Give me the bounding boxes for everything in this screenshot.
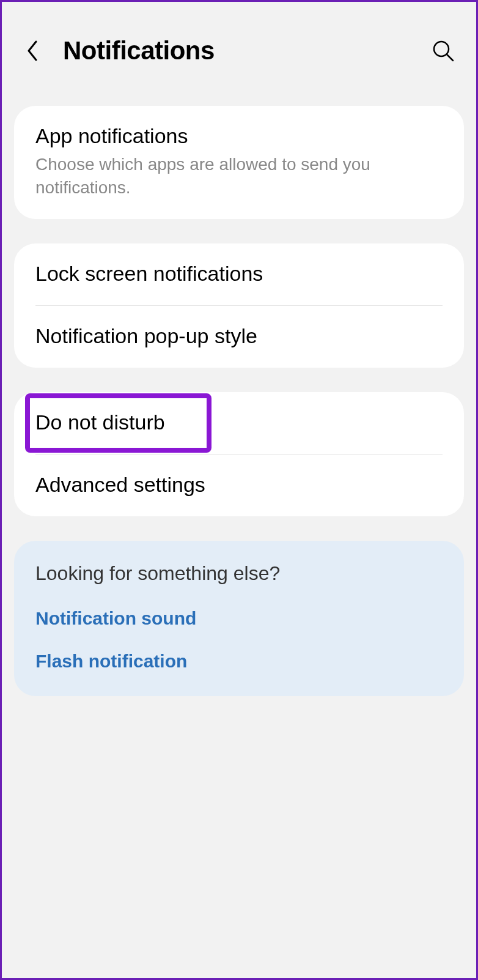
search-icon[interactable] bbox=[428, 36, 458, 65]
setting-title: Lock screen notifications bbox=[35, 262, 443, 286]
suggestion-link-flash-notification[interactable]: Flash notification bbox=[14, 640, 464, 696]
settings-group: Do not disturb Advanced settings bbox=[14, 392, 464, 516]
setting-subtitle: Choose which apps are allowed to send yo… bbox=[35, 153, 443, 199]
setting-do-not-disturb[interactable]: Do not disturb bbox=[14, 392, 464, 454]
setting-title: App notifications bbox=[35, 124, 443, 148]
svg-line-1 bbox=[447, 54, 453, 61]
setting-notification-popup-style[interactable]: Notification pop-up style bbox=[14, 306, 464, 368]
header: Notifications bbox=[2, 2, 476, 106]
settings-group: App notifications Choose which apps are … bbox=[14, 106, 464, 219]
setting-title: Advanced settings bbox=[35, 473, 443, 497]
setting-title: Do not disturb bbox=[35, 410, 443, 434]
suggestions-card: Looking for something else? Notification… bbox=[14, 541, 464, 696]
setting-app-notifications[interactable]: App notifications Choose which apps are … bbox=[14, 106, 464, 219]
setting-advanced-settings[interactable]: Advanced settings bbox=[14, 455, 464, 516]
setting-lock-screen-notifications[interactable]: Lock screen notifications bbox=[14, 243, 464, 305]
settings-group: Lock screen notifications Notification p… bbox=[14, 243, 464, 368]
back-icon[interactable] bbox=[20, 39, 45, 63]
suggestions-heading: Looking for something else? bbox=[14, 541, 464, 597]
page-title: Notifications bbox=[63, 36, 428, 65]
suggestion-link-notification-sound[interactable]: Notification sound bbox=[14, 597, 464, 640]
setting-title: Notification pop-up style bbox=[35, 324, 443, 348]
